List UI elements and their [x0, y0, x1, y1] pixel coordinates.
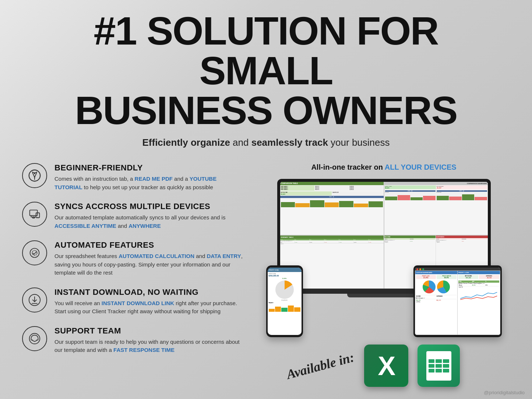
syncs-text: SYNCS ACCROSS MULTIPLE DEVICES Our autom… — [54, 202, 243, 230]
automated-title: AUTOMATED FEATURES — [54, 240, 243, 250]
download-desc: You will receive an INSTANT DOWNLOAD LIN… — [54, 299, 243, 316]
screen-panel-1: COMPARISON TABLE DATE NAME 1DATE NAME 2D… — [280, 182, 384, 235]
beginner-friendly-icon — [22, 163, 47, 188]
feature-automated: AUTOMATED FEATURES Our spreadsheet featu… — [22, 240, 243, 277]
subtitle-efficiently: Efficiently organize — [142, 137, 230, 148]
plant-icon — [28, 169, 42, 183]
available-section: Available in: X — [286, 345, 460, 387]
subtitle-suffix: your business — [331, 137, 390, 148]
devices-mockup: COMPARISON TABLE DATE NAME 1DATE NAME 2D… — [259, 179, 509, 341]
available-label: Available in: — [285, 349, 356, 382]
support-icon — [22, 326, 47, 351]
right-column: All-in-one tracker on ALL YOUR DEVICES C… — [258, 163, 510, 387]
subtitle-seamlessly: seamlessly track — [251, 137, 328, 148]
support-desc: Our support team is ready to help you wi… — [54, 338, 243, 354]
download-title: INSTANT DOWNLOAD, NO WAITING — [54, 287, 243, 297]
feature-support: SUPPORT TEAM Our support team is ready t… — [22, 326, 243, 354]
monitor-devices-icon — [28, 207, 42, 221]
beginner-friendly-desc: Comes with an instruction tab, a READ ME… — [54, 175, 243, 191]
support-title: SUPPORT TEAM — [54, 326, 243, 336]
phone-mockup: PROFIT GOAL PROFIT GOAL $342,000.00 15.7… — [266, 265, 303, 337]
automated-text: AUTOMATED FEATURES Our spreadsheet featu… — [54, 240, 243, 277]
automated-desc: Our spreadsheet features AUTOMATED CALCU… — [54, 252, 243, 277]
svg-rect-7 — [32, 217, 35, 218]
features-column: BEGINNER-FRIENDLY Comes with an instruct… — [22, 163, 243, 354]
devices-header: All-in-one tracker on ALL YOUR DEVICES — [311, 163, 456, 172]
syncs-icon — [22, 202, 47, 227]
beginner-friendly-text: BEGINNER-FRIENDLY Comes with an instruct… — [54, 163, 243, 191]
svg-rect-5 — [36, 213, 40, 218]
svg-point-8 — [30, 248, 39, 258]
hero-title: #1 SOLUTION FOR SMALLBUSINESS OWNERS — [22, 11, 510, 130]
feature-beginner-friendly: BEGINNER-FRIENDLY Comes with an instruct… — [22, 163, 243, 191]
beginner-friendly-title: BEGINNER-FRIENDLY — [54, 163, 243, 173]
svg-point-1 — [34, 173, 35, 174]
tablet-screen: CUSTOM DASHBOARD PROFIT LOSS 21,491 PROF… — [415, 268, 500, 335]
download-icon — [22, 287, 47, 313]
google-sheets-icon — [418, 345, 460, 387]
data-entry-link: DATA ENTRY — [207, 253, 241, 259]
accessible-anytime-link: ACCESSIBLE ANYTIME — [54, 223, 116, 229]
main-content: BEGINNER-FRIENDLY Comes with an instruct… — [22, 163, 510, 387]
headset-icon — [28, 332, 42, 346]
subtitle-and: and — [233, 137, 251, 148]
syncs-title: SYNCS ACCROSS MULTIPLE DEVICES — [54, 202, 243, 211]
checkmark-gear-icon — [28, 246, 42, 260]
page-container: #1 SOLUTION FOR SMALLBUSINESS OWNERS Eff… — [0, 0, 532, 399]
syncs-desc: Our automated template automatically syn… — [54, 213, 243, 230]
excel-icon: X — [364, 345, 408, 387]
screen-panel-2: COMPARISON DASHBOARD PROFIT / LOSS $0,43… — [384, 182, 488, 235]
subtitle: Efficiently organize and seamlessly trac… — [22, 137, 510, 148]
read-me-link: READ ME PDF — [135, 176, 173, 182]
phone-screen: PROFIT GOAL PROFIT GOAL $342,000.00 15.7… — [268, 268, 302, 335]
feature-syncs: SYNCS ACCROSS MULTIPLE DEVICES Our autom… — [22, 202, 243, 230]
download-arrow-icon — [28, 293, 42, 307]
anywhere-link: ANYWHERE — [128, 223, 161, 229]
support-text: SUPPORT TEAM Our support team is ready t… — [54, 326, 243, 354]
fast-response-link: FAST RESPONSE TIME — [113, 347, 175, 353]
tablet-mockup: CUSTOM DASHBOARD PROFIT LOSS 21,491 PROF… — [413, 265, 502, 337]
download-text: INSTANT DOWNLOAD, NO WAITING You will re… — [54, 287, 243, 316]
laptop-stand — [347, 294, 421, 297]
all-devices-text: ALL YOUR DEVICES — [385, 163, 457, 171]
auto-calc-link: AUTOMATED CALCULATION — [119, 253, 194, 259]
automated-icon — [22, 240, 47, 265]
instant-link: INSTANT DOWNLOAD LINK — [102, 300, 174, 306]
watermark: @prioridigitalstudio — [484, 390, 525, 395]
feature-instant-download: INSTANT DOWNLOAD, NO WAITING You will re… — [22, 287, 243, 316]
